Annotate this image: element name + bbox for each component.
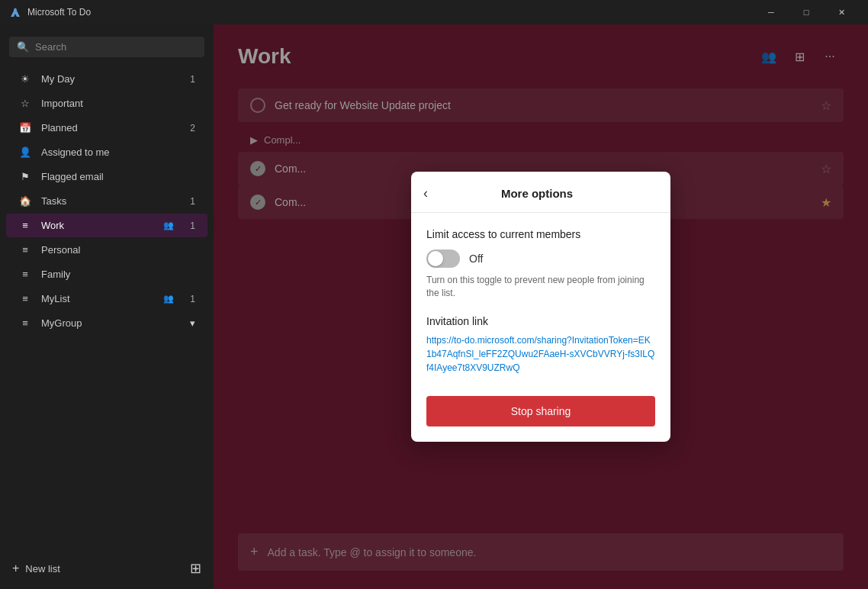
sidebar-item-label: Assigned to me [41,146,195,158]
sidebar-item-family[interactable]: ≡Family [6,262,207,286]
sidebar-item-label: My Day [41,73,174,85]
toggle-description: Turn on this toggle to prevent new peopl… [426,274,655,300]
limit-access-toggle[interactable] [426,249,460,268]
modal-overlay: ‹ More options Limit access to current m… [214,24,868,589]
invitation-section: Invitation link https://to-do.microsoft.… [426,315,655,375]
flagged-email-icon: ⚑ [18,171,32,182]
toggle-label: Limit access to current members [426,228,655,240]
sidebar-item-label: Work [41,220,153,231]
my-day-icon: ☀ [18,73,32,85]
sidebar-item-label: Personal [41,244,195,256]
personal-icon: ≡ [18,244,32,256]
tasks-icon: 🏠 [18,195,32,207]
main-content: Work 👥 ⊞ ··· Get ready for Website Updat… [214,24,868,589]
close-button[interactable]: ✕ [824,0,859,24]
sidebar-item-mylist[interactable]: ≡MyList👥1 [6,287,207,311]
item-badge: 1 [183,74,195,85]
toggle-knob [428,251,443,266]
planned-icon: 📅 [18,122,32,134]
plus-icon: + [12,562,19,575]
sidebar: 🔍 ☀My Day1☆Important📅Planned2👤Assigned t… [0,24,214,589]
more-options-modal: ‹ More options Limit access to current m… [411,172,670,442]
sidebar-bottom: + New list ⊞ [0,548,214,589]
add-to-group-icon[interactable]: ⊞ [184,554,207,583]
modal-body: Limit access to current members Off Turn… [411,213,670,387]
sidebar-item-personal[interactable]: ≡Personal [6,238,207,262]
app-logo-icon [9,6,21,18]
search-bar[interactable]: 🔍 [9,37,204,57]
titlebar-left: Microsoft To Do [9,6,91,18]
sidebar-item-label: MyList [41,293,153,304]
sidebar-item-mygroup[interactable]: ≡MyGroup▾ [6,311,207,335]
sidebar-item-label: Important [41,98,195,109]
share-icon: 👥 [163,220,174,230]
modal-title: More options [434,187,658,200]
sidebar-item-important[interactable]: ☆Important [6,92,207,115]
sidebar-item-tasks[interactable]: 🏠Tasks1 [6,189,207,213]
invitation-label: Invitation link [426,315,655,327]
chevron-down-icon: ▾ [190,317,195,329]
important-icon: ☆ [18,98,32,109]
new-list-label: New list [25,563,60,575]
item-badge: 1 [183,220,195,231]
svg-point-0 [14,8,17,11]
toggle-state-label: Off [469,253,483,265]
maximize-button[interactable]: □ [789,0,824,24]
new-list-button[interactable]: + New list [6,555,184,581]
item-badge: 1 [183,196,195,207]
titlebar-controls: ─ □ ✕ [754,0,859,24]
toggle-row: Off [426,249,655,268]
titlebar: Microsoft To Do ─ □ ✕ [0,0,868,24]
sidebar-item-work[interactable]: ≡Work👥1 [6,214,207,237]
sidebar-item-label: Tasks [41,195,174,207]
work-icon: ≡ [18,220,32,231]
item-badge: 2 [183,123,195,134]
share-icon: 👥 [163,294,174,304]
stop-sharing-button[interactable]: Stop sharing [426,396,655,426]
toggle-section: Limit access to current members Off Turn… [426,228,655,300]
sidebar-item-planned[interactable]: 📅Planned2 [6,116,207,140]
family-icon: ≡ [18,269,32,280]
sidebar-item-my-day[interactable]: ☀My Day1 [6,67,207,91]
app-body: 🔍 ☀My Day1☆Important📅Planned2👤Assigned t… [0,24,868,589]
assigned-to-me-icon: 👤 [18,146,32,158]
modal-header: ‹ More options [411,172,670,213]
mygroup-icon: ≡ [18,317,32,329]
search-icon: 🔍 [17,41,29,53]
sidebar-item-assigned-to-me[interactable]: 👤Assigned to me [6,140,207,164]
mylist-icon: ≡ [18,293,32,304]
sidebar-item-label: MyGroup [41,317,181,329]
sidebar-item-label: Planned [41,122,174,134]
invitation-link-text[interactable]: https://to-do.microsoft.com/sharing?Invi… [426,333,655,375]
modal-back-button[interactable]: ‹ [423,184,434,203]
app-title: Microsoft To Do [27,7,91,18]
sidebar-item-label: Family [41,269,195,280]
minimize-button[interactable]: ─ [754,0,789,24]
search-input[interactable] [35,41,197,53]
modal-footer: Stop sharing [411,387,670,442]
sidebar-item-label: Flagged email [41,171,195,182]
sidebar-nav: ☀My Day1☆Important📅Planned2👤Assigned to … [0,66,214,336]
item-badge: 1 [183,294,195,304]
sidebar-item-flagged-email[interactable]: ⚑Flagged email [6,165,207,188]
